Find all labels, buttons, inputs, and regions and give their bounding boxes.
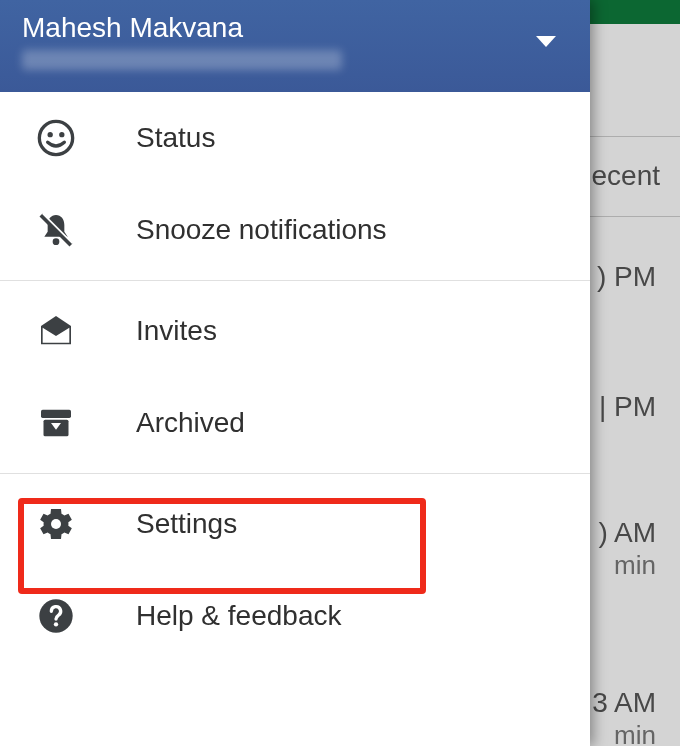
menu-label: Snooze notifications [136, 214, 387, 246]
svg-point-8 [51, 519, 61, 529]
menu-item-snooze[interactable]: Snooze notifications [0, 184, 590, 276]
divider [0, 280, 590, 281]
menu-label: Archived [136, 407, 245, 439]
svg-point-2 [59, 132, 64, 137]
menu-item-help[interactable]: Help & feedback [0, 570, 590, 662]
menu-item-invites[interactable]: Invites [0, 285, 590, 377]
account-email-redacted [22, 50, 342, 70]
envelope-open-icon [34, 309, 78, 353]
bell-off-icon [34, 208, 78, 252]
svg-rect-6 [41, 410, 71, 418]
menu-label: Settings [136, 508, 237, 540]
gear-icon [34, 502, 78, 546]
svg-point-0 [39, 121, 72, 154]
divider [0, 473, 590, 474]
menu-label: Help & feedback [136, 600, 341, 632]
menu-label: Invites [136, 315, 217, 347]
svg-point-10 [54, 622, 58, 626]
help-icon [34, 594, 78, 638]
account-name: Mahesh Makvana [22, 12, 568, 44]
account-dropdown-icon[interactable] [536, 34, 556, 52]
svg-point-1 [48, 132, 53, 137]
menu-item-archived[interactable]: Archived [0, 377, 590, 469]
smile-icon [34, 116, 78, 160]
menu-label: Status [136, 122, 215, 154]
svg-point-3 [53, 238, 60, 245]
menu-item-settings[interactable]: Settings [0, 478, 590, 570]
navigation-drawer: Mahesh Makvana Status Snooze notificatio… [0, 0, 590, 746]
menu-item-status[interactable]: Status [0, 92, 590, 184]
archive-icon [34, 401, 78, 445]
drawer-header[interactable]: Mahesh Makvana [0, 0, 590, 92]
